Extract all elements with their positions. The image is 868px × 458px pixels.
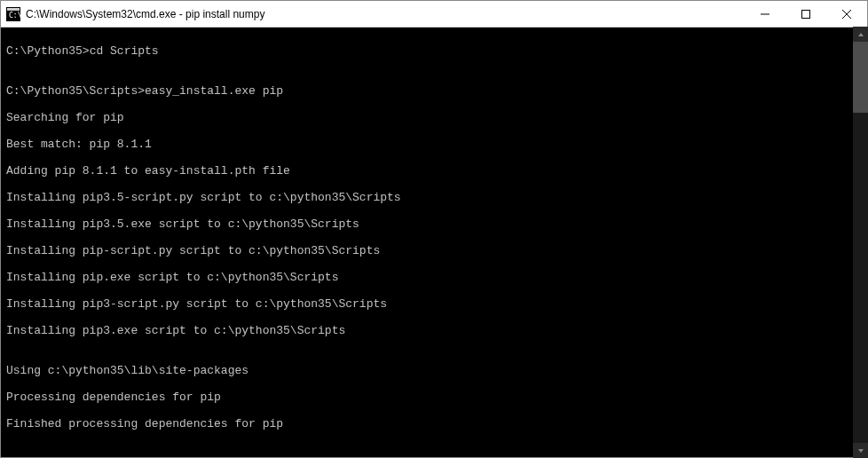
terminal-line: Installing pip3.5.exe script to c:\pytho… [6,217,862,231]
command-text: cd Scripts [90,44,159,58]
terminal-line: Installing pip3-script.py script to c:\p… [6,297,862,311]
prompt: C:\Python35\Scripts> [6,84,145,98]
window-title: C:\Windows\System32\cmd.exe - pip instal… [26,8,745,20]
terminal-line: Installing pip3.5-script.py script to c:… [6,191,862,204]
terminal-line: Installing pip-script.py script to c:\py… [6,244,862,257]
terminal-line: Best match: pip 8.1.1 [6,138,862,151]
terminal-output[interactable]: C:\Python35>cd Scripts C:\Python35\Scrip… [1,28,867,457]
scrollbar-thumb[interactable] [853,42,868,113]
maximize-button[interactable] [785,1,826,27]
prompt: C:\Python35> [6,44,90,58]
terminal-line: Finished processing dependencies for pip [6,417,862,430]
svg-rect-4 [802,10,810,18]
terminal-line: C:\Python35>cd Scripts [6,44,862,58]
terminal-line: Installing pip.exe script to c:\python35… [6,271,862,284]
terminal-line: Processing dependencies for pip [6,391,862,404]
terminal-line: C:\Python35\Scripts>easy_install.exe pip [6,84,862,98]
window-titlebar: C:\ C:\Windows\System32\cmd.exe - pip in… [1,1,867,28]
terminal-line: Searching for pip [6,111,862,124]
vertical-scrollbar[interactable] [853,27,868,458]
window-controls [745,1,867,27]
svg-marker-7 [858,33,864,36]
close-button[interactable] [826,1,867,27]
cmd-icon: C:\ [6,7,20,21]
terminal-line: Adding pip 8.1.1 to easy-install.pth fil… [6,164,862,178]
svg-marker-8 [858,449,864,453]
command-text: easy_install.exe pip [145,84,283,98]
terminal-line: Using c:\python35\lib\site-packages [6,364,862,377]
minimize-button[interactable] [745,1,785,27]
terminal-line: Installing pip3.exe script to c:\python3… [6,324,862,337]
scrollbar-track[interactable] [853,42,868,443]
svg-text:C:\: C:\ [9,12,20,20]
svg-rect-1 [7,8,20,11]
scroll-down-button[interactable] [853,443,868,458]
scroll-up-button[interactable] [853,27,868,42]
